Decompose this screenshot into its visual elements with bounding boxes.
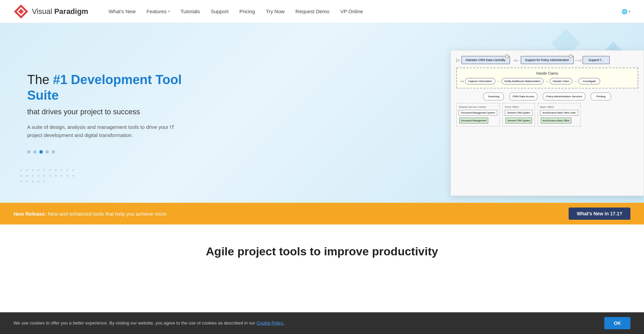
arrow-3: →	[574, 79, 577, 83]
hero-title: The #1 Development Tool Suite	[27, 72, 204, 103]
banner-message: New Release: New and enhanced tools that…	[14, 211, 166, 217]
language-button[interactable]: 🌐 ▾	[622, 9, 630, 14]
diagram-proc-valuate: Valuate Claim	[550, 78, 572, 84]
logo-link[interactable]: Visual Paradigm	[14, 4, 88, 19]
nav-features[interactable]: Features ▾	[146, 7, 169, 16]
hero-subtitle: that drives your project to success	[27, 107, 204, 116]
diagram-bottom-zones: Shared Service Center Document Managemen…	[456, 103, 638, 126]
nav-try-now[interactable]: Try Now	[266, 7, 284, 16]
nav-links: What's New Features ▾ Tutorials Support …	[109, 7, 622, 16]
diagram-proc-investigate: Investigate	[578, 78, 600, 84]
diagram-svc-crm: CRM Data Access	[509, 93, 537, 100]
nav-request-demo[interactable]: Request Demo	[295, 7, 329, 16]
hero-carousel-dots	[27, 150, 204, 154]
carousel-dot-4[interactable]	[45, 150, 49, 154]
hero-description: A suite of design, analysis and manageme…	[27, 123, 183, 139]
carousel-dot-2[interactable]	[33, 150, 37, 154]
diagram-inner: ▷ 📋 Maintain CRM Data Centrally ◁— 📋 Sup…	[451, 51, 644, 196]
hero-section: The #1 Development Tool Suite that drive…	[0, 23, 644, 203]
diagram-proc-notify: Notify Additional Stakeholders	[501, 78, 544, 84]
carousel-dot-5[interactable]	[52, 150, 55, 154]
nav-right: 🌐 ▾	[622, 9, 630, 14]
logo-icon	[14, 4, 29, 19]
navbar: Visual Paradigm What's New Features ▾ Tu…	[0, 0, 644, 23]
diagram-zone-back: Back Office ArchiSurance Back Office Sui…	[538, 103, 581, 126]
hero-content: The #1 Development Tool Suite that drive…	[27, 72, 204, 153]
diagram-box-policy: 📋 Support for Policy Administration	[521, 56, 574, 64]
diagram-proc-capture: Capture Information	[465, 78, 495, 84]
globe-icon: 🌐	[622, 9, 627, 14]
banner-text: New and enhanced tools that help you ach…	[48, 211, 166, 217]
hero-diagram: ▷ 📋 Maintain CRM Data Centrally ◁— 📋 Sup…	[450, 50, 644, 196]
diagram-svc-scanning: Scanning	[483, 93, 504, 100]
nav-tutorials[interactable]: Tutorials	[181, 7, 200, 16]
agile-section: Agile project tools to improve productiv…	[0, 224, 644, 272]
banner-label: New Release:	[14, 211, 47, 217]
diagram-zone-shared: Shared Service Center Document Managemen…	[456, 103, 500, 126]
nav-whats-new[interactable]: What's New	[109, 7, 136, 16]
carousel-dot-1[interactable]	[27, 150, 31, 154]
diagram-handle-label: Handle Claims	[460, 72, 634, 75]
arrow-1: →	[497, 79, 500, 83]
diagram-svc-policy: Policy Administration Services	[543, 93, 585, 100]
nav-pricing[interactable]: Pricing	[239, 7, 255, 16]
nav-support[interactable]: Support	[211, 7, 229, 16]
whats-new-button[interactable]: What's New in 17.1?	[569, 208, 630, 220]
agile-title: Agile project tools to improve productiv…	[14, 245, 630, 258]
diagram-handle-claims: Handle Claims ⊶ Capture Information → No…	[456, 67, 638, 89]
diagram-box-support: Support f...	[583, 56, 610, 64]
diagram-box-crm: 📋 Maintain CRM Data Centrally	[461, 56, 510, 64]
dot-grid	[20, 169, 74, 182]
carousel-dot-3[interactable]	[39, 150, 43, 154]
arrow-2: →	[545, 79, 548, 83]
globe-chevron: ▾	[629, 9, 630, 13]
features-chevron: ▾	[168, 9, 170, 13]
logo-text: Visual Paradigm	[32, 7, 88, 16]
diagram-zone-front: Front Office General CRM System General …	[502, 103, 535, 126]
release-banner: New Release: New and enhanced tools that…	[0, 203, 644, 224]
nav-vp-online[interactable]: VP Online	[340, 7, 363, 16]
diagram-svc-printing: Printing	[591, 93, 611, 100]
